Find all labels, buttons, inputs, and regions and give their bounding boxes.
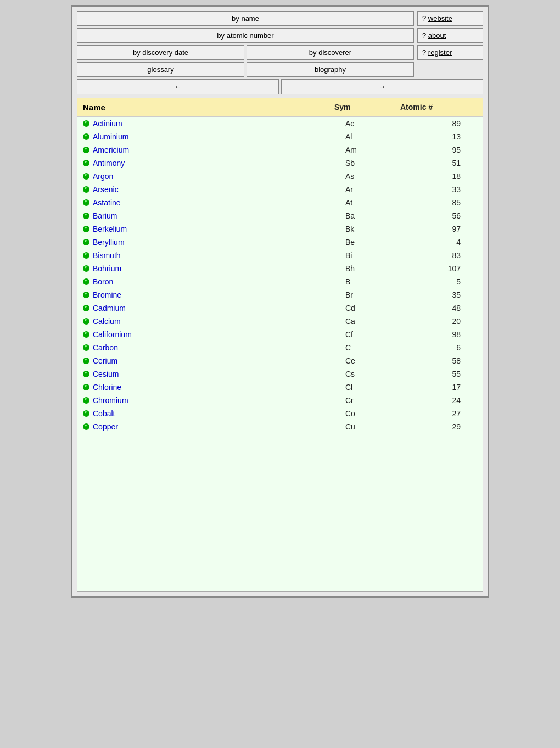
col-atomic-header: Atomic # <box>400 103 466 112</box>
table-row[interactable]: AmericiumAm95 <box>77 143 483 157</box>
table-row[interactable]: CobaltCo27 <box>77 407 483 420</box>
element-symbol: At <box>345 198 411 207</box>
element-dot-icon <box>83 318 89 325</box>
element-name-cell: Californium <box>83 330 345 339</box>
table-row[interactable]: ChlorineCl17 <box>77 381 483 394</box>
element-name-cell: Cobalt <box>83 409 345 418</box>
element-name-cell: Argon <box>83 172 345 181</box>
element-name: Bismuth <box>93 251 121 260</box>
table-row[interactable]: CaliforniumCf98 <box>77 328 483 341</box>
register-button[interactable]: ? register <box>417 45 483 60</box>
element-name: Chromium <box>93 396 128 405</box>
element-symbol: Ca <box>345 317 411 326</box>
element-atomic-number: 33 <box>411 185 477 194</box>
table-row[interactable]: CopperCu29 <box>77 420 483 433</box>
element-name-cell: Arsenic <box>83 185 345 194</box>
element-name: Arsenic <box>93 185 119 194</box>
top-section: by name by atomic number by discovery da… <box>77 11 483 77</box>
element-dot-icon <box>83 160 89 166</box>
element-name: Calcium <box>93 317 121 326</box>
table-row[interactable]: ChromiumCr24 <box>77 394 483 407</box>
table-row[interactable]: BerkeliumBk97 <box>77 222 483 236</box>
element-name: Bromine <box>93 291 121 299</box>
element-name: Berkelium <box>93 225 127 233</box>
element-atomic-number: 55 <box>411 370 477 378</box>
element-dot-icon <box>83 186 89 193</box>
register-label: register <box>428 48 452 57</box>
by-name-button[interactable]: by name <box>77 11 414 26</box>
by-discoverer-button[interactable]: by discoverer <box>247 45 414 60</box>
glossary-button[interactable]: glossary <box>77 62 244 77</box>
nav-arrows: ← → <box>77 79 483 94</box>
element-symbol: Be <box>345 238 411 247</box>
biography-button[interactable]: biography <box>247 62 414 77</box>
element-symbol: Ar <box>345 185 411 194</box>
element-symbol: Cd <box>345 304 411 312</box>
by-discovery-date-button[interactable]: by discovery date <box>77 45 244 60</box>
element-name-cell: Beryllium <box>83 238 345 247</box>
table-row[interactable]: ActiniumAc89 <box>77 117 483 130</box>
element-atomic-number: 13 <box>411 132 477 141</box>
element-dot-icon <box>83 278 89 285</box>
table-row[interactable]: AntimonySb51 <box>77 157 483 170</box>
by-atomic-number-button[interactable]: by atomic number <box>77 28 414 43</box>
col-sym-header: Sym <box>334 103 400 112</box>
table-row[interactable]: BohriumBh107 <box>77 262 483 275</box>
table-row[interactable]: AluminiumAl13 <box>77 130 483 143</box>
table-row[interactable]: CalciumCa20 <box>77 315 483 328</box>
arrow-right-button[interactable]: → <box>281 79 483 94</box>
website-button[interactable]: ? website <box>417 11 483 26</box>
element-dot-icon <box>83 305 89 311</box>
element-atomic-number: 56 <box>411 211 477 220</box>
table-row[interactable]: CeriumCe58 <box>77 354 483 367</box>
arrow-left-button[interactable]: ← <box>77 79 279 94</box>
element-name: Argon <box>93 172 113 181</box>
list-header: Name Sym Atomic # <box>77 98 483 117</box>
element-symbol: Al <box>345 132 411 141</box>
element-name: Cobalt <box>93 409 115 418</box>
element-dot-icon <box>83 239 89 245</box>
element-name-cell: Cadmium <box>83 304 345 312</box>
element-symbol: Cr <box>345 396 411 405</box>
element-name: Boron <box>93 277 113 286</box>
element-name: Cesium <box>93 370 119 378</box>
nav-row-glossary: glossary biography <box>77 62 414 77</box>
table-row[interactable]: BerylliumBe4 <box>77 236 483 249</box>
table-row[interactable]: CadmiumCd48 <box>77 302 483 315</box>
element-name-cell: Astatine <box>83 198 345 207</box>
table-row[interactable]: AstatineAt85 <box>77 196 483 209</box>
element-symbol: C <box>345 343 411 352</box>
element-name-cell: Bismuth <box>83 251 345 260</box>
element-dot-icon <box>83 226 89 232</box>
nav-row-atomic: by atomic number <box>77 28 414 43</box>
element-name: Beryllium <box>93 238 125 247</box>
element-symbol: Cl <box>345 383 411 392</box>
table-row[interactable]: BoronB5 <box>77 275 483 288</box>
element-atomic-number: 6 <box>411 343 477 352</box>
col-name-header: Name <box>83 103 334 112</box>
element-atomic-number: 83 <box>411 251 477 260</box>
element-dot-icon <box>83 292 89 298</box>
table-row[interactable]: ArgonAs18 <box>77 170 483 183</box>
element-list[interactable]: ActiniumAc89AluminiumAl13AmericiumAm95An… <box>77 117 483 591</box>
element-name-cell: Chromium <box>83 396 345 405</box>
element-name-cell: Aluminium <box>83 132 345 141</box>
about-button[interactable]: ? about <box>417 28 483 43</box>
table-row[interactable]: BariumBa56 <box>77 209 483 222</box>
website-label: website <box>428 14 452 23</box>
table-row[interactable]: BismuthBi83 <box>77 249 483 262</box>
element-atomic-number: 97 <box>411 225 477 233</box>
element-name: Cerium <box>93 356 117 365</box>
element-atomic-number: 20 <box>411 317 477 326</box>
element-symbol: Bi <box>345 251 411 260</box>
table-row[interactable]: CesiumCs55 <box>77 367 483 381</box>
element-dot-icon <box>83 423 89 430</box>
element-atomic-number: 51 <box>411 159 477 168</box>
table-row[interactable]: BromineBr35 <box>77 288 483 302</box>
table-row[interactable]: CarbonC6 <box>77 341 483 354</box>
element-symbol: Cf <box>345 330 411 339</box>
nav-row-discovery: by discovery date by discoverer <box>77 45 414 60</box>
table-row[interactable]: ArsenicAr33 <box>77 183 483 196</box>
list-area: Name Sym Atomic # ActiniumAc89AluminiumA… <box>77 98 483 592</box>
element-atomic-number: 4 <box>411 238 477 247</box>
